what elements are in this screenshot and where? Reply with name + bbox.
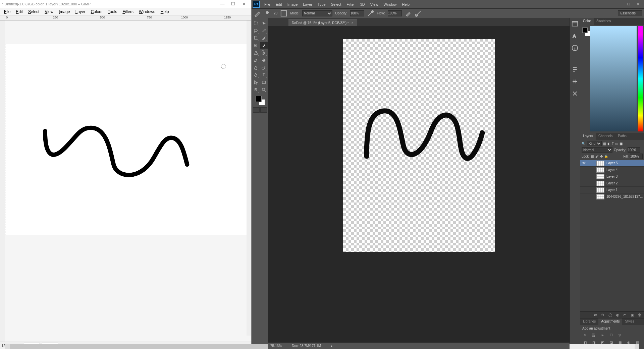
lock-pos-icon[interactable]: ✥ xyxy=(600,155,603,158)
adj-curves-icon[interactable]: ∿ xyxy=(600,332,605,338)
flow-input[interactable] xyxy=(388,10,402,16)
close-button[interactable]: ✕ xyxy=(633,1,643,7)
menu-layer[interactable]: Layer xyxy=(300,1,315,8)
eyedropper-tool-icon[interactable] xyxy=(260,35,268,41)
airbrush-icon[interactable] xyxy=(405,10,412,17)
layer-row[interactable]: Layer 3 xyxy=(580,173,644,180)
menu-select[interactable]: Select xyxy=(25,9,42,15)
marquee-tool-icon[interactable] xyxy=(260,20,268,26)
tab-styles[interactable]: Styles xyxy=(622,318,637,325)
lock-trans-icon[interactable]: ▦ xyxy=(591,155,594,158)
layer-row[interactable]: 👁Layer 5 xyxy=(580,160,644,167)
layer-filter-select[interactable]: Kind xyxy=(587,141,602,146)
menu-help[interactable]: Help xyxy=(158,9,172,15)
pen-tool-icon[interactable] xyxy=(252,71,260,78)
new-fill-icon[interactable]: ◐ xyxy=(615,313,620,317)
menu-select[interactable]: Select xyxy=(328,1,344,8)
menu-window[interactable]: Window xyxy=(381,1,399,8)
menu-tools[interactable]: Tools xyxy=(105,9,120,15)
tab-adjustments[interactable]: Adjustments xyxy=(598,318,622,325)
tab-channels[interactable]: Channels xyxy=(596,133,615,140)
layer-fx-icon[interactable]: fx xyxy=(600,313,605,317)
filter-adjust-icon[interactable]: ◐ xyxy=(607,142,610,146)
quickmask-icon[interactable] xyxy=(253,107,260,113)
lock-all-icon[interactable]: 🔒 xyxy=(604,155,608,158)
blur-tool-icon[interactable] xyxy=(252,64,260,71)
info-panel-icon[interactable] xyxy=(571,44,579,52)
menu-image[interactable]: Image xyxy=(56,9,72,15)
layer-mask-icon[interactable]: ◯ xyxy=(608,313,612,317)
ps-canvas[interactable] xyxy=(343,39,495,252)
tab-paths[interactable]: Paths xyxy=(615,133,629,140)
stamp-tool-icon[interactable] xyxy=(252,49,260,56)
menu-layer[interactable]: Layer xyxy=(73,9,88,15)
visibility-eye-icon[interactable]: 👁 xyxy=(580,161,588,165)
lock-paint-icon[interactable]: 🖌 xyxy=(595,155,599,158)
color-swatch[interactable] xyxy=(255,95,265,105)
layer-blend-select[interactable]: Normal xyxy=(582,147,612,153)
status-arrow-icon[interactable]: ▸ xyxy=(331,344,333,348)
screenmode-icon[interactable] xyxy=(260,107,267,113)
filter-shape-icon[interactable]: ▭ xyxy=(615,142,618,146)
menu-file[interactable]: File xyxy=(1,9,13,15)
crop-tool-icon[interactable] xyxy=(252,35,260,41)
adj-brightness-icon[interactable]: ☀ xyxy=(582,332,588,338)
brush-tool-icon[interactable] xyxy=(260,42,268,49)
adj-exposure-icon[interactable]: ☐ xyxy=(608,332,614,338)
menu-filters[interactable]: Filters xyxy=(120,9,136,15)
tab-color[interactable]: Color xyxy=(580,18,594,25)
maximize-button[interactable]: ☐ xyxy=(624,1,633,7)
layer-row[interactable]: Layer 4 xyxy=(580,167,644,173)
maximize-button[interactable]: ☐ xyxy=(228,1,238,7)
new-group-icon[interactable]: 🗀 xyxy=(623,313,627,317)
menu-help[interactable]: Help xyxy=(399,1,413,8)
filter-smart-icon[interactable]: ▣ xyxy=(620,142,623,146)
menu-filter[interactable]: Filter xyxy=(344,1,357,8)
menu-view[interactable]: View xyxy=(42,9,56,15)
layer-row[interactable]: Layer 1 xyxy=(580,187,644,193)
layer-row[interactable]: 10443296_101532137981 2… xyxy=(580,193,644,200)
new-layer-icon[interactable]: ▣ xyxy=(630,313,635,317)
menu-edit[interactable]: Edit xyxy=(13,9,25,15)
menu-edit[interactable]: Edit xyxy=(273,1,285,8)
mini-color-swatch[interactable] xyxy=(582,26,589,131)
properties-panel-icon[interactable] xyxy=(571,78,579,85)
layer-row[interactable]: Layer 2 xyxy=(580,180,644,187)
minimize-button[interactable]: — xyxy=(217,1,228,7)
adj-levels-icon[interactable]: ⛓ xyxy=(591,332,596,338)
menu-windows[interactable]: Windows xyxy=(136,9,158,15)
layer-opacity-input[interactable] xyxy=(628,147,640,153)
type-tool-icon[interactable]: T xyxy=(260,71,268,78)
hand-tool-icon[interactable] xyxy=(252,86,260,93)
document-tab[interactable]: DoDad @ 75.1% (Layer 5, RGB/32*) * × xyxy=(288,19,357,26)
color-field-picker[interactable] xyxy=(590,26,637,131)
menu-type[interactable]: Type xyxy=(315,1,328,8)
menu-3d[interactable]: 3D xyxy=(358,1,368,8)
lasso-tool-icon[interactable] xyxy=(252,27,260,34)
dodge-tool-icon[interactable] xyxy=(260,64,268,71)
pressure-opacity-icon[interactable] xyxy=(367,10,374,17)
menu-file[interactable]: File xyxy=(262,1,273,8)
brush-preset-icon[interactable] xyxy=(264,10,271,17)
opacity-input[interactable] xyxy=(350,10,364,16)
brush-panel-toggle-icon[interactable] xyxy=(280,10,287,17)
wand-tool-icon[interactable] xyxy=(260,27,268,34)
scroll-left-button[interactable] xyxy=(5,344,10,349)
menu-view[interactable]: View xyxy=(368,1,381,8)
close-button[interactable]: ✕ xyxy=(238,1,249,7)
menu-colors[interactable]: Colors xyxy=(88,9,105,15)
heal-tool-icon[interactable] xyxy=(252,42,260,49)
foreground-color-swatch[interactable] xyxy=(256,96,262,102)
zoom-tool-icon[interactable] xyxy=(260,86,268,93)
hue-slider[interactable] xyxy=(638,26,643,131)
workspace-switcher[interactable]: Essentials xyxy=(618,10,642,16)
history-panel-icon[interactable] xyxy=(571,20,579,27)
adj-vibrance-icon[interactable]: ▽ xyxy=(617,332,623,338)
pressure-size-icon[interactable] xyxy=(415,10,422,17)
scroll-right-button[interactable] xyxy=(635,344,639,349)
delete-layer-icon[interactable]: 🗑 xyxy=(637,313,642,317)
path-select-tool-icon[interactable] xyxy=(252,79,260,85)
fg-swatch[interactable] xyxy=(582,27,588,33)
blend-mode-select[interactable]: Normal xyxy=(302,10,332,16)
tab-swatches[interactable]: Swatches xyxy=(594,18,613,25)
